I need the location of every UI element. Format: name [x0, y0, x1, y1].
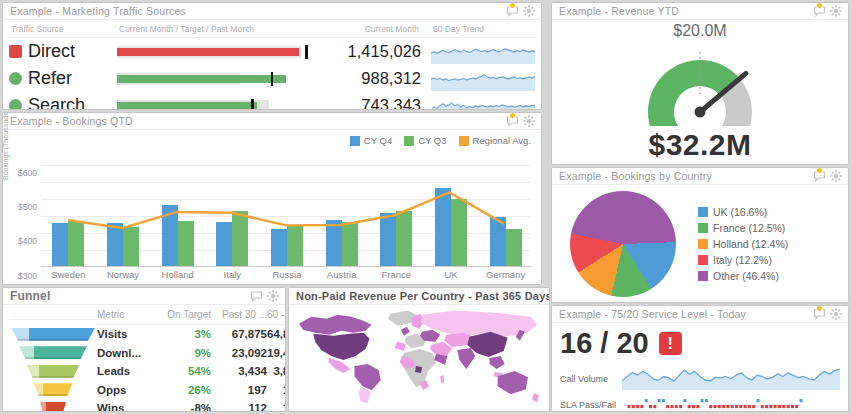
panel-header: Non-Paid Revenue Per Country - Past 365 … [289, 288, 549, 305]
legend-swatch-icon [698, 207, 708, 217]
bar-group[interactable]: Holland [150, 205, 205, 267]
bullet-chart [117, 45, 309, 59]
bar-cy-q4[interactable] [271, 229, 287, 266]
panel-revenue-ytd: Example - Revenue YTD $20.0M $32.2M [551, 2, 849, 165]
funnel-segment[interactable] [34, 383, 73, 396]
funnel-past-30: 67,875 [211, 325, 267, 344]
funnel-segment[interactable] [27, 365, 80, 378]
panel-title: Funnel [10, 289, 51, 303]
chart-plot-area: $100$200$300$400$500$600SwedenNorwayHoll… [41, 156, 531, 267]
legend-item[interactable]: Other (46.4%) [698, 270, 826, 282]
bar-group[interactable]: Germany [478, 217, 533, 266]
funnel-metric: Opps [97, 381, 159, 400]
funnel-on-target: 9% [159, 344, 211, 363]
gear-icon[interactable] [830, 308, 842, 320]
y-axis-title: Bookings (Thousands) [2, 112, 9, 180]
current-month-value: 1,415,026 [309, 42, 431, 61]
bar-cy-q4[interactable] [52, 223, 68, 267]
gear-icon[interactable] [267, 290, 279, 302]
panel-actions [506, 5, 535, 17]
svg-text:$20.0M: $20.0M [673, 22, 726, 39]
pie-legend: UK (16.6%)France (12.5%)Holland (12.4%)I… [698, 206, 826, 282]
legend-label: Holland (12.4%) [713, 238, 788, 250]
bullet-chart [117, 99, 309, 111]
legend-item[interactable]: Holland (12.4%) [698, 238, 826, 250]
bar-cy-q3[interactable] [232, 211, 248, 266]
service-level-summary: 16 / 20 ! [552, 323, 848, 362]
bar-cy-q4[interactable] [107, 223, 123, 266]
funnel-past-30: 197 [211, 381, 267, 400]
legend-swatch-icon [698, 271, 708, 281]
funnel-on-target: -8% [159, 399, 211, 412]
bar-cy-q3[interactable] [342, 222, 358, 266]
bar-cy-q3[interactable] [123, 227, 139, 266]
column-header: Current Month [309, 22, 431, 38]
funnel-segment[interactable] [19, 346, 87, 359]
gear-icon[interactable] [523, 5, 535, 17]
warning-badge-icon: ! [659, 332, 682, 355]
funnel-metric: Visits [97, 325, 159, 344]
funnel-segment[interactable] [40, 402, 66, 412]
call-volume-sparkline [622, 363, 840, 390]
panel-marketing-traffic: Example - Marketing Traffic Sources Traf… [2, 2, 542, 110]
column-header: On Target [159, 306, 211, 325]
column-header: Current Month / Target / Past Month [117, 22, 309, 38]
legend-item[interactable]: UK (16.6%) [698, 206, 826, 218]
legend-item[interactable]: CY Q3 [404, 135, 446, 146]
legend-item[interactable]: France (12.5%) [698, 222, 826, 234]
bar-cy-q3[interactable] [506, 229, 522, 266]
panel-actions [813, 170, 842, 182]
funnel-metric: Wins [97, 399, 159, 412]
panel-title: Non-Paid Revenue Per Country - Past 365 … [296, 290, 550, 302]
bar-group[interactable]: France [369, 211, 424, 266]
alert-dot-icon [816, 305, 823, 312]
bar-cy-q4[interactable] [435, 188, 451, 266]
gridline: $600 [41, 165, 531, 166]
funnel-metric: Leads [97, 362, 159, 381]
bar-group[interactable]: Austria [314, 220, 369, 266]
legend-item[interactable]: Italy (12.2%) [698, 254, 826, 266]
bar-cy-q3[interactable] [178, 221, 194, 266]
bar-cy-q4[interactable] [326, 220, 342, 266]
panel-bookings-qtd: Example - Bookings QTD CY Q4CY Q3Regiona… [2, 112, 542, 285]
bar-group[interactable]: Sweden [41, 221, 96, 266]
world-map-graphic [293, 307, 545, 409]
bar-cy-q4[interactable] [216, 222, 232, 266]
gear-icon[interactable] [523, 115, 535, 127]
bar-group[interactable]: Russia [260, 225, 315, 266]
bar-cy-q3[interactable] [451, 199, 467, 266]
bar-group[interactable]: Norway [96, 223, 151, 266]
bullet-target-tick [271, 72, 274, 86]
traffic-source-name: Refer [28, 68, 72, 89]
bar-cy-q3[interactable] [287, 225, 303, 266]
gear-icon[interactable] [830, 5, 842, 17]
sla-pass-fail-ticks [622, 398, 840, 410]
panel-title: Example - 75/20 Service Level - Today [559, 308, 746, 320]
legend-label: CY Q4 [364, 135, 392, 146]
comment-icon[interactable] [250, 291, 263, 302]
legend-item[interactable]: Regional Avg. [459, 135, 531, 146]
y-tick-label: $500 [18, 202, 37, 212]
pie-graphic[interactable] [570, 191, 676, 297]
alert-dot-icon [509, 112, 516, 119]
bar-cy-q3[interactable] [68, 221, 84, 266]
bullet-target-tick [305, 45, 308, 59]
bar-cy-q4[interactable] [162, 205, 178, 267]
panel-header: Funnel [3, 288, 285, 305]
legend-item[interactable]: CY Q4 [350, 135, 392, 146]
circle-marker-icon [9, 99, 22, 110]
funnel-segment[interactable] [11, 328, 95, 341]
legend-swatch-icon [350, 136, 360, 146]
bar-cy-q4[interactable] [380, 213, 396, 266]
bullet-chart [117, 72, 309, 86]
world-choropleth-map[interactable] [289, 305, 549, 412]
funnel-past-30: 112 [211, 399, 267, 412]
bar-cy-q4[interactable] [490, 217, 506, 266]
bar-group[interactable]: UK [424, 188, 479, 266]
bullet-bar [117, 75, 286, 83]
gear-icon[interactable] [830, 170, 842, 182]
bar-cy-q3[interactable] [396, 211, 412, 266]
sla-label: SLA Pass/Fail [560, 400, 622, 410]
bar-group[interactable]: Italy [205, 211, 260, 266]
panel-title: Example - Bookings QTD [10, 115, 133, 127]
